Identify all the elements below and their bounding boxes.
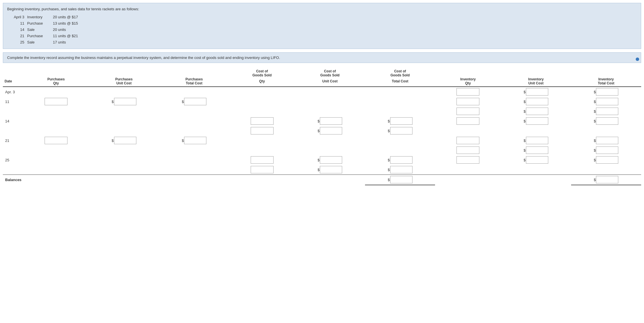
th-cogs-goods-sold-2: Goods Sold (320, 73, 340, 77)
cogs-unit-14b-input[interactable] (320, 127, 342, 134)
cogs-unit-25a[interactable]: $ (295, 155, 365, 165)
cogs-qty-25b[interactable] (229, 165, 295, 175)
dollar-sign: $ (318, 119, 320, 123)
inv-unit-apr3[interactable]: $ (501, 87, 571, 97)
inv-total-11a-wrap: $ (594, 98, 618, 105)
inv-total-11b-input[interactable] (596, 108, 618, 115)
inv-total-apr3[interactable]: $ (571, 87, 641, 97)
purch-qty-11-input[interactable] (45, 98, 67, 105)
cogs-unit-25b-input[interactable] (320, 166, 342, 173)
inv-total-21b-input[interactable] (596, 146, 618, 154)
inv-total-21a[interactable]: $ (571, 136, 641, 145)
th-cogs-goods-sold: Goods Sold (252, 73, 272, 77)
dollar-sign: $ (388, 129, 390, 133)
inv-qty-21a[interactable] (435, 136, 501, 145)
intro-day-3: 14 (7, 27, 27, 33)
inv-unit-21a-input[interactable] (526, 137, 548, 144)
inv-total-21a-input[interactable] (596, 137, 618, 144)
cogs-total-25a-input[interactable] (390, 156, 412, 164)
inv-total-11a-input[interactable] (596, 98, 618, 105)
cogs-total-bal[interactable]: $ (365, 175, 435, 185)
inv-qty-apr3-input[interactable] (456, 88, 479, 96)
inv-unit-apr3-input[interactable] (526, 88, 548, 96)
inv-unit-14a-input[interactable] (526, 117, 548, 125)
cogs-unit-25a-input[interactable] (320, 156, 342, 164)
purch-qty-21-input[interactable] (45, 137, 67, 144)
inv-total-21b[interactable]: $ (571, 145, 641, 155)
cogs-qty-25b-input[interactable] (251, 166, 274, 173)
inv-total-14a-input[interactable] (596, 117, 618, 125)
inv-total-14a[interactable]: $ (571, 116, 641, 126)
inv-unit-21b[interactable]: $ (501, 145, 571, 155)
purch-unit-11[interactable]: $ (89, 97, 159, 106)
cogs-unit-14b[interactable]: $ (295, 126, 365, 136)
cogs-qty-14a-input[interactable] (251, 117, 274, 125)
table-header-bottom: Date PurchasesQty PurchasesUnit Cost Pur… (3, 77, 641, 87)
inv-total-bal[interactable]: $ (571, 175, 641, 185)
purch-unit-11-input[interactable] (114, 98, 136, 105)
cogs-unit-25b[interactable]: $ (295, 165, 365, 175)
inv-total-25a[interactable]: $ (571, 155, 641, 165)
cogs-unit-14a[interactable]: $ (295, 116, 365, 126)
inv-qty-11b-input[interactable] (456, 108, 479, 115)
inv-unit-11b[interactable]: $ (501, 106, 571, 116)
th-cogs-unit-label: Unit Cost (322, 79, 338, 83)
purch-qty-21[interactable] (23, 136, 89, 145)
cogs-total-14a-wrap: $ (388, 117, 412, 125)
inv-unit-25a-input[interactable] (526, 156, 548, 164)
purch-total-11-input[interactable] (184, 98, 206, 105)
inv-qty-11a-input[interactable] (456, 98, 479, 105)
cogs-total-21 (365, 136, 435, 145)
cogs-total-25b-input[interactable] (390, 166, 412, 173)
inv-qty-25a-input[interactable] (456, 156, 479, 164)
inv-total-11a[interactable]: $ (571, 97, 641, 106)
cogs-total-14b-input[interactable] (390, 127, 412, 134)
inv-qty-11a[interactable] (435, 97, 501, 106)
inv-unit-21b-input[interactable] (526, 146, 548, 154)
inv-qty-14a[interactable] (435, 116, 501, 126)
inv-unit-25b (501, 165, 571, 175)
inv-qty-21b-input[interactable] (456, 146, 479, 154)
cogs-qty-14b[interactable] (229, 126, 295, 136)
cogs-total-25a[interactable]: $ (365, 155, 435, 165)
inv-unit-25a[interactable]: $ (501, 155, 571, 165)
cogs-total-14b[interactable]: $ (365, 126, 435, 136)
cogs-qty-25a-input[interactable] (251, 156, 274, 164)
inv-qty-11b[interactable] (435, 106, 501, 116)
inv-total-apr3-input[interactable] (596, 88, 618, 96)
intro-type-3: Sale (27, 27, 53, 33)
inv-total-bal-input[interactable] (596, 176, 618, 183)
purch-total-21[interactable]: $ (159, 136, 229, 145)
inv-qty-14a-input[interactable] (456, 117, 479, 125)
inv-total-25a-input[interactable] (596, 156, 618, 164)
inv-qty-21a-input[interactable] (456, 137, 479, 144)
cogs-qty-25a[interactable] (229, 155, 295, 165)
inv-unit-bal (501, 175, 571, 185)
cogs-qty-14a[interactable] (229, 116, 295, 126)
th-inv-qty: InventoryQty (435, 77, 501, 87)
inv-qty-25a[interactable] (435, 155, 501, 165)
purch-unit-21-input[interactable] (114, 137, 136, 144)
cogs-total-14a[interactable]: $ (365, 116, 435, 126)
cogs-qty-14b-input[interactable] (251, 127, 274, 134)
cogs-total-14a-input[interactable] (390, 117, 412, 125)
purch-total-21-input[interactable] (184, 137, 206, 144)
inv-qty-21b[interactable] (435, 145, 501, 155)
inv-unit-14a[interactable]: $ (501, 116, 571, 126)
purch-unit-21[interactable]: $ (89, 136, 159, 145)
cogs-unit-14a-input[interactable] (320, 117, 342, 125)
dollar-sign: $ (594, 90, 596, 94)
inv-unit-21a[interactable]: $ (501, 136, 571, 145)
inv-unit-11a[interactable]: $ (501, 97, 571, 106)
purch-qty-14b (23, 126, 89, 136)
inv-total-14a-wrap: $ (594, 117, 618, 125)
purch-total-11[interactable]: $ (159, 97, 229, 106)
inv-unit-11b-input[interactable] (526, 108, 548, 115)
inv-total-11b[interactable]: $ (571, 106, 641, 116)
inv-unit-11a-input[interactable] (526, 98, 548, 105)
inv-qty-apr3[interactable] (435, 87, 501, 97)
cogs-total-25b[interactable]: $ (365, 165, 435, 175)
cogs-total-bal-input[interactable] (390, 176, 412, 183)
purch-qty-11[interactable] (23, 97, 89, 106)
intro-day-5: 25 (7, 39, 27, 45)
